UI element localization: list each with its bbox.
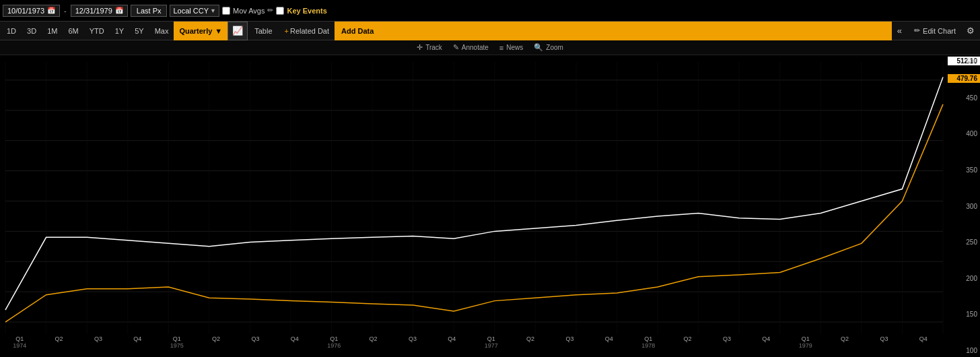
end-date-calendar-icon[interactable]: 📅	[115, 7, 123, 14]
x-axis-label: Q11974	[0, 335, 39, 349]
second-toolbar: 1D 3D 1M 6M YTD 1Y 5Y Max Quarterly ▼ 📈 …	[0, 22, 980, 40]
y-axis-label: 300	[943, 203, 980, 210]
zoom-label: Zoom	[546, 44, 563, 51]
ccy-field[interactable]: Local CCY ▼	[170, 5, 219, 17]
y-axis-label: 400	[943, 130, 980, 137]
third-toolbar: ✛ Track ✎ Annotate ≡ News 🔍 Zoom	[0, 40, 980, 55]
period-ytd[interactable]: YTD	[84, 22, 110, 40]
x-axis-label: Q11975	[158, 335, 197, 349]
end-date-value: 12/31/1979	[75, 7, 112, 15]
line-chart-icon: 📈	[232, 26, 243, 36]
x-axis-label: Q11976	[314, 335, 353, 349]
x-axis-label: Q2	[668, 335, 707, 342]
news-icon: ≡	[499, 44, 503, 52]
edit-pencil-icon: ✏	[914, 26, 920, 35]
x-axis-label: Q4	[590, 335, 629, 342]
x-axis-label: Q2	[353, 335, 392, 342]
y-axis-label: 200	[943, 275, 980, 282]
ccy-label: Local CCY	[173, 7, 209, 15]
period-1m[interactable]: 1M	[42, 22, 63, 40]
period-max[interactable]: Max	[149, 22, 174, 40]
ccy-dropdown-icon[interactable]: ▼	[210, 7, 216, 14]
key-events-checkbox[interactable]	[276, 7, 284, 15]
end-date-field[interactable]: 12/31/1979 📅	[71, 5, 128, 17]
pencil-icon[interactable]: ✏	[267, 6, 273, 15]
top-toolbar: 10/01/1973 📅 - 12/31/1979 📅 Last Px Loca…	[0, 0, 980, 22]
period-6m[interactable]: 6M	[63, 22, 83, 40]
crosshair-icon: ✛	[417, 43, 423, 52]
x-axis-label: Q3	[864, 335, 903, 342]
annotate-label: Annotate	[462, 44, 489, 51]
x-axis-label: Q2	[197, 335, 236, 342]
related-data-button[interactable]: + Related Dat	[279, 22, 335, 40]
x-axis-label: Q2	[825, 335, 864, 342]
period-1d[interactable]: 1D	[1, 22, 22, 40]
edit-chart-label: Edit Chart	[923, 27, 956, 35]
add-data-label: Add Data	[341, 27, 374, 35]
x-axis-label: Q2	[39, 335, 78, 342]
double-chevron-icon: «	[897, 26, 902, 36]
x-axis-label: Q4	[746, 335, 785, 342]
x-axis-label: Q3	[236, 335, 275, 342]
x-axis: Q11974Q2Q3Q4Q11975Q2Q3Q4Q11976Q2Q3Q4Q119…	[0, 334, 943, 357]
x-axis-label: Q11979	[786, 335, 825, 349]
collapse-button[interactable]: «	[892, 22, 907, 40]
track-label: Track	[425, 44, 442, 51]
y-axis-label: 250	[943, 238, 980, 246]
add-data-button[interactable]: Add Data	[335, 22, 892, 40]
key-events-toggle[interactable]: Key Events	[276, 7, 326, 15]
annotate-icon: ✎	[453, 43, 459, 52]
x-axis-label: Q11978	[629, 335, 668, 349]
chart-area[interactable]: 512.10 479.76 50045040035030025020015010…	[0, 55, 980, 357]
x-axis-label: Q3	[707, 335, 746, 342]
y-axis: 500450400350300250200150100	[943, 55, 980, 357]
mov-avgs-label: Mov Avgs	[233, 7, 265, 15]
quarterly-dropdown[interactable]: Quarterly ▼	[174, 22, 228, 40]
table-label: Table	[254, 27, 272, 35]
x-axis-label: Q4	[275, 335, 314, 342]
y-axis-label: 100	[943, 347, 980, 354]
track-tool[interactable]: ✛ Track	[417, 43, 442, 52]
px-label: Last Px	[137, 7, 162, 15]
x-axis-label: Q2	[511, 335, 550, 342]
related-plus-icon: +	[285, 27, 289, 35]
mov-avgs-toggle[interactable]: Mov Avgs ✏	[222, 6, 274, 15]
news-tool[interactable]: ≡ News	[499, 44, 523, 52]
x-axis-label: Q11977	[472, 335, 511, 349]
related-label: Related Dat	[290, 27, 329, 35]
y-axis-label: 150	[943, 311, 980, 318]
y-axis-label: 500	[943, 58, 980, 65]
x-axis-label: Q3	[79, 335, 118, 342]
x-axis-label: Q3	[393, 335, 432, 342]
mov-avgs-checkbox[interactable]	[222, 7, 230, 15]
period-5y[interactable]: 5Y	[129, 22, 149, 40]
x-axis-label: Q4	[118, 335, 157, 342]
edit-chart-button[interactable]: ✏ Edit Chart	[907, 22, 963, 40]
x-axis-label: Q4	[432, 335, 471, 342]
date-separator: -	[63, 7, 68, 15]
quarterly-label: Quarterly	[179, 27, 212, 35]
start-date-value: 10/01/1973	[7, 7, 44, 15]
px-field[interactable]: Last Px	[131, 5, 168, 17]
news-label: News	[506, 44, 523, 51]
x-axis-label: Q3	[550, 335, 589, 342]
quarterly-arrow-icon: ▼	[215, 27, 222, 35]
period-1y[interactable]: 1Y	[110, 22, 129, 40]
start-date-calendar-icon[interactable]: 📅	[47, 7, 55, 14]
settings-button[interactable]: ⚙	[963, 22, 979, 40]
chart-type-button[interactable]: 📈	[228, 22, 248, 40]
key-events-label: Key Events	[287, 7, 326, 15]
period-3d[interactable]: 3D	[22, 22, 42, 40]
y-axis-label: 450	[943, 94, 980, 102]
zoom-tool[interactable]: 🔍 Zoom	[534, 43, 563, 52]
gear-icon: ⚙	[967, 26, 975, 36]
x-axis-label: Q4	[904, 335, 943, 342]
y-axis-label: 350	[943, 166, 980, 174]
start-date-field[interactable]: 10/01/1973 📅	[3, 5, 60, 17]
zoom-icon: 🔍	[534, 43, 543, 52]
annotate-tool[interactable]: ✎ Annotate	[453, 43, 489, 52]
chart-canvas	[0, 55, 980, 357]
table-button[interactable]: Table	[248, 22, 279, 40]
